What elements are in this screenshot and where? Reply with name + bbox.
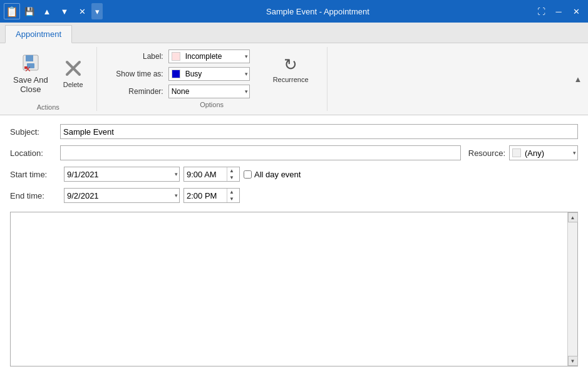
minimize-icon: ─ (555, 7, 561, 16)
notes-textarea[interactable] (11, 212, 567, 366)
start-date-wrapper: 9/1/2021 ▾ (64, 167, 180, 182)
svg-rect-1 (26, 55, 33, 61)
show-time-row: Show time as: Busy Free Tentative Out of… (107, 67, 250, 81)
subject-label: Subject: (10, 127, 60, 137)
end-time-input[interactable] (184, 191, 227, 200)
reminder-select-wrapper: None 5 minutes 15 minutes 30 minutes 1 h… (168, 85, 250, 98)
notes-section: ▲ ▼ (0, 212, 588, 369)
location-input[interactable] (60, 145, 461, 160)
move-down-button[interactable]: ▼ (56, 3, 73, 19)
ribbon-group-options: Label: Incomplete Important Business Per… (97, 47, 328, 111)
title-bar-left: 📋 💾 ▲ ▼ ✕ ▾ (4, 3, 103, 19)
label-select-wrapper: Incomplete Important Business Personal ▾ (168, 49, 250, 63)
reminder-label: Reminder: (107, 87, 163, 96)
delete-label: Delete (63, 81, 83, 88)
title-bar: 📋 💾 ▲ ▼ ✕ ▾ Sample Event - Appointment ⛶… (0, 0, 588, 23)
resource-select-wrapper: (Any) ▾ (509, 145, 578, 160)
start-time-label: Start time: (10, 170, 60, 179)
label-field-label: Label: (107, 52, 163, 61)
end-time-label: End time: (10, 191, 60, 200)
resource-select[interactable]: (Any) (524, 146, 556, 160)
resource-color-swatch (512, 148, 521, 157)
all-day-container: All day event (244, 170, 301, 179)
window-title: Sample Event - Appointment (103, 7, 533, 16)
save-and-close-button[interactable]: ✕ Save AndClose (8, 51, 54, 97)
start-time-spinner: ▲ ▼ (183, 167, 240, 182)
up-icon: ▲ (43, 7, 51, 16)
scroll-up-button[interactable]: ▲ (568, 212, 578, 222)
form-section: Subject: Location: Resource: (Any) ▾ Sta… (0, 115, 588, 212)
end-date-select[interactable]: 9/2/2021 (64, 189, 179, 202)
options-fields: Label: Incomplete Important Business Per… (107, 49, 317, 98)
dropdown-arrow-icon: ▾ (95, 7, 100, 16)
title-bar-right: ⛶ ─ ✕ (533, 3, 584, 19)
maximize-restore-button[interactable]: ⛶ (533, 3, 549, 19)
window-close-button[interactable]: ✕ (568, 3, 584, 19)
ribbon-group-actions: ✕ Save AndClose (0, 47, 97, 111)
options-left: Label: Incomplete Important Business Per… (107, 49, 250, 98)
label-color-swatch (172, 52, 180, 61)
show-time-dropdown-icon: ▾ (245, 71, 248, 77)
reminder-dropdown-icon: ▾ (245, 88, 248, 95)
resource-section: Resource: (Any) ▾ (468, 145, 578, 160)
reminder-row: Reminder: None 5 minutes 15 minutes 30 m… (107, 85, 250, 98)
label-dropdown-icon: ▾ (245, 53, 248, 60)
resource-dropdown-icon: ▾ (573, 150, 576, 156)
ribbon-actions-items: ✕ Save AndClose (8, 47, 89, 101)
all-day-label: All day event (254, 170, 301, 179)
options-group-label: Options (107, 101, 317, 108)
subject-row: Subject: (10, 124, 578, 139)
start-time-arrows: ▲ ▼ (227, 167, 236, 181)
notes-container: ▲ ▼ (10, 212, 578, 366)
reminder-select[interactable]: None 5 minutes 15 minutes 30 minutes 1 h… (169, 85, 221, 98)
close-x-icon: ✕ (79, 7, 86, 16)
end-time-row: End time: 9/2/2021 ▾ ▲ ▼ (10, 188, 578, 203)
delete-button[interactable]: Delete (58, 56, 89, 91)
save-and-close-label: Save AndClose (13, 75, 48, 94)
subject-input[interactable] (60, 124, 578, 139)
all-day-checkbox[interactable] (244, 170, 252, 179)
label-row: Label: Incomplete Important Business Per… (107, 49, 250, 63)
app-icon-button[interactable]: 📋 (4, 3, 20, 19)
start-time-down-arrow[interactable]: ▼ (227, 174, 236, 181)
window-close-icon: ✕ (573, 7, 580, 16)
end-time-arrows: ▲ ▼ (227, 189, 236, 202)
start-time-input[interactable] (184, 170, 227, 179)
main-content: Appointment ✕ (0, 23, 588, 369)
save-button-tb[interactable]: 💾 (21, 3, 38, 19)
minimize-button[interactable]: ─ (550, 3, 567, 19)
recurrence-button[interactable]: ↻ Recurrence (265, 52, 317, 86)
down-icon: ▼ (61, 7, 69, 16)
save-close-icon: ✕ (22, 54, 39, 74)
end-time-spinner: ▲ ▼ (183, 188, 240, 203)
end-time-up-arrow[interactable]: ▲ (227, 189, 236, 195)
show-time-select[interactable]: Busy Free Tentative Out of Office (183, 68, 240, 80)
recurrence-icon: ↻ (284, 55, 297, 75)
delete-tb-button[interactable]: ✕ (74, 3, 90, 19)
delete-icon (64, 60, 82, 80)
chevron-up-icon: ▲ (574, 75, 582, 84)
vertical-scrollbar: ▲ ▼ (567, 212, 577, 366)
toolbar-dropdown-button[interactable]: ▾ (91, 3, 103, 19)
ribbon-collapse-button[interactable]: ▲ (572, 73, 584, 85)
app-icon: 📋 (6, 6, 18, 18)
recurrence-label: Recurrence (273, 76, 309, 83)
scroll-down-button[interactable]: ▼ (568, 356, 578, 366)
show-time-color-swatch (172, 70, 180, 78)
resource-label: Resource: (468, 148, 505, 158)
move-up-button[interactable]: ▲ (39, 3, 55, 19)
start-time-row: Start time: 9/1/2021 ▾ ▲ ▼ All day event (10, 167, 578, 182)
show-time-label: Show time as: (107, 70, 163, 78)
actions-group-label: Actions (37, 103, 59, 111)
location-row: Location: Resource: (Any) ▾ (10, 145, 578, 160)
label-select[interactable]: Incomplete Important Business Personal (183, 50, 235, 63)
ribbon-tabs: Appointment (0, 23, 588, 43)
end-time-down-arrow[interactable]: ▼ (227, 195, 236, 202)
svg-text:✕: ✕ (24, 65, 31, 71)
start-date-select[interactable]: 9/1/2021 (64, 167, 179, 181)
show-time-select-wrapper: Busy Free Tentative Out of Office ▾ (168, 67, 250, 81)
tab-appointment[interactable]: Appointment (5, 25, 72, 43)
start-time-up-arrow[interactable]: ▲ (227, 167, 236, 174)
ribbon: Appointment ✕ (0, 23, 588, 115)
ribbon-content: ✕ Save AndClose (0, 43, 588, 115)
